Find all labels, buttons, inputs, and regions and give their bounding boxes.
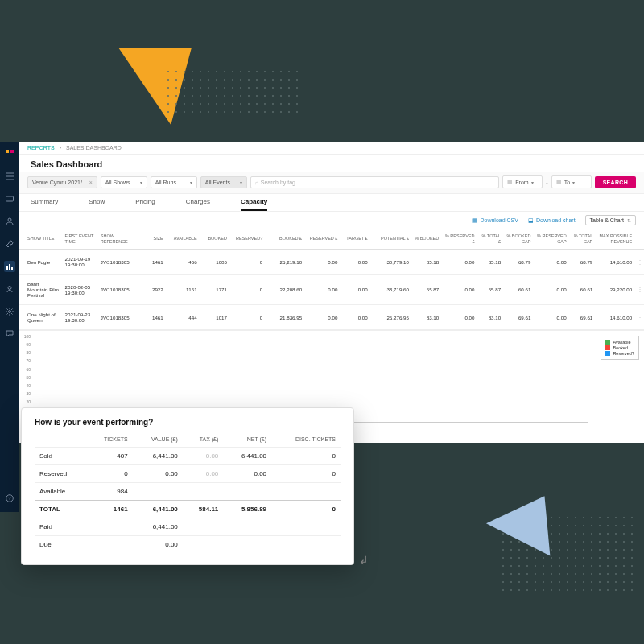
decor-arrow: ↲ [359, 554, 369, 567]
report-tabs: Summary Show Pricing Charges Capacity [19, 194, 644, 212]
events-dropdown[interactable]: All Events▾ [200, 176, 247, 188]
column-header[interactable]: % BOOKED [411, 229, 441, 250]
column-header[interactable]: % BOOKED CAP [503, 229, 533, 250]
column-header[interactable]: BOOKED [200, 229, 229, 250]
wrench-icon[interactable] [4, 238, 15, 250]
popup-title: How is your event performing? [35, 418, 341, 427]
tab-charges[interactable]: Charges [186, 198, 210, 211]
chevron-down-icon: ▾ [140, 180, 142, 185]
table-row[interactable]: Banff Mountain Film Festival2020-02-05 1… [19, 275, 644, 305]
sidebar-app-icon[interactable] [4, 148, 15, 159]
svg-point-3 [8, 218, 11, 221]
table-icon: ▦ [472, 217, 477, 224]
date-range-dash: - [546, 180, 547, 185]
svg-point-7 [8, 287, 11, 290]
column-header[interactable]: RESERVED £ [304, 229, 340, 250]
column-header[interactable]: RESERVED? [229, 229, 265, 250]
capacity-table: SHOW TITLEFIRST EVENT TIMESHOW REFERENCE… [19, 229, 644, 330]
column-header[interactable]: MAX POSSIBLE REVENUE [595, 229, 634, 250]
performance-popup: How is your event performing? TICKETSVAL… [21, 407, 354, 565]
view-mode-dropdown[interactable]: Table & Chart⇅ [585, 215, 636, 225]
svg-rect-5 [9, 264, 10, 270]
table-toolbar: ▦Download CSV ⬓Download chart Table & Ch… [19, 212, 644, 229]
search-button[interactable]: SEARCH [595, 176, 636, 188]
column-header[interactable]: TARGET £ [340, 229, 369, 250]
popup-row: Reserved00.000.000.000 [35, 465, 341, 483]
table-row[interactable]: Ben Fogle2021-09-19 19:30:00JVC101830514… [19, 250, 644, 275]
tag-search-input[interactable]: ⌕ Search by tag... [250, 176, 499, 188]
download-chart-button[interactable]: ⬓Download chart [528, 217, 576, 224]
report-icon[interactable] [4, 261, 15, 272]
column-header[interactable]: SIZE [141, 229, 165, 250]
popup-table: TICKETSVALUE (£)TAX (£)NET (£)DISC. TICK… [35, 433, 341, 553]
sort-icon: ⇅ [627, 217, 631, 223]
page-title: Sales Dashboard [19, 155, 644, 172]
row-menu-icon[interactable]: ⋮ [634, 305, 644, 330]
svg-rect-6 [11, 267, 13, 270]
legend-swatch-booked [605, 345, 610, 350]
popup-row: Paid6,441.00 [35, 518, 341, 536]
column-header[interactable]: POTENTIAL £ [370, 229, 411, 250]
tab-capacity[interactable]: Capacity [241, 198, 267, 211]
from-date-input[interactable]: ▦From▾ [502, 175, 543, 188]
runs-dropdown[interactable]: All Runs▾ [151, 176, 197, 188]
column-header[interactable]: FIRST EVENT TIME [63, 229, 98, 250]
column-header[interactable]: % TOTAL £ [477, 229, 504, 250]
column-header[interactable]: SHOW REFERENCE [98, 229, 142, 250]
breadcrumb-current: SALES DASHBOARD [66, 145, 122, 151]
chevron-down-icon: ▾ [190, 180, 192, 185]
tab-pricing[interactable]: Pricing [135, 198, 155, 211]
user-icon[interactable] [4, 283, 15, 295]
popup-row: Sold4076,441.000.006,441.000 [35, 448, 341, 465]
legend-swatch-available [605, 340, 610, 345]
download-csv-button[interactable]: ▦Download CSV [472, 217, 518, 224]
app-window: ? REPORTS › SALES DASHBOARD Sales Dashbo… [0, 142, 644, 443]
table-row[interactable]: One Night of Queen2021-09-23 19:30:00JVC… [19, 305, 644, 330]
table-header: SHOW TITLEFIRST EVENT TIMESHOW REFERENCE… [19, 229, 644, 250]
svg-rect-4 [6, 266, 8, 270]
chart-legend: Available Booked Reserved? [601, 336, 639, 360]
shows-dropdown[interactable]: All Shows▾ [101, 176, 147, 188]
menu-icon[interactable] [4, 171, 15, 182]
gear-icon[interactable] [4, 306, 15, 317]
breadcrumb-parent[interactable]: REPORTS [27, 145, 55, 151]
row-menu-icon[interactable]: ⋮ [634, 275, 644, 305]
table-body: Ben Fogle2021-09-19 19:30:00JVC101830514… [19, 250, 644, 330]
filter-bar: Venue Cymru 2021/... × All Shows▾ All Ru… [19, 172, 644, 194]
search-icon: ⌕ [255, 180, 258, 185]
main-content: REPORTS › SALES DASHBOARD Sales Dashboar… [19, 142, 644, 443]
calendar-icon: ▦ [507, 179, 513, 185]
svg-rect-1 [10, 150, 14, 153]
people-icon[interactable] [4, 216, 15, 227]
column-header[interactable]: % TOTAL CAP [569, 229, 596, 250]
chevron-down-icon: ▾ [240, 180, 242, 185]
column-header[interactable]: BOOKED £ [265, 229, 304, 250]
breadcrumb: REPORTS › SALES DASHBOARD [19, 142, 644, 155]
ticket-icon[interactable] [4, 193, 15, 204]
row-menu-icon[interactable]: ⋮ [634, 250, 644, 275]
column-header[interactable]: AVAILABLE [166, 229, 200, 250]
column-header[interactable]: SHOW TITLE [19, 229, 63, 250]
sidebar: ? [0, 142, 19, 512]
chart-icon: ⬓ [528, 217, 534, 224]
popup-row: TOTAL14616,441.00584.115,856.890 [35, 501, 341, 518]
tab-show[interactable]: Show [89, 198, 105, 211]
close-icon[interactable]: × [89, 180, 93, 185]
svg-rect-0 [6, 150, 9, 153]
legend-swatch-reserved [605, 351, 610, 356]
chevron-right-icon: › [60, 145, 61, 151]
column-header[interactable]: % RESERVED CAP [533, 229, 568, 250]
venue-chip[interactable]: Venue Cymru 2021/... × [27, 176, 97, 188]
svg-text:?: ? [8, 496, 11, 501]
help-icon[interactable]: ? [4, 493, 15, 504]
column-header[interactable]: % RESERVED £ [441, 229, 477, 250]
calendar-icon: ▦ [556, 179, 562, 185]
to-date-input[interactable]: ▦To▾ [551, 175, 592, 188]
tab-summary[interactable]: Summary [31, 198, 58, 211]
svg-point-8 [9, 311, 11, 313]
svg-rect-2 [6, 196, 14, 201]
comment-icon[interactable] [4, 328, 15, 340]
popup-row: Available984 [35, 483, 341, 501]
decor-dots-top [167, 71, 303, 118]
popup-row: Due0.00 [35, 536, 341, 554]
